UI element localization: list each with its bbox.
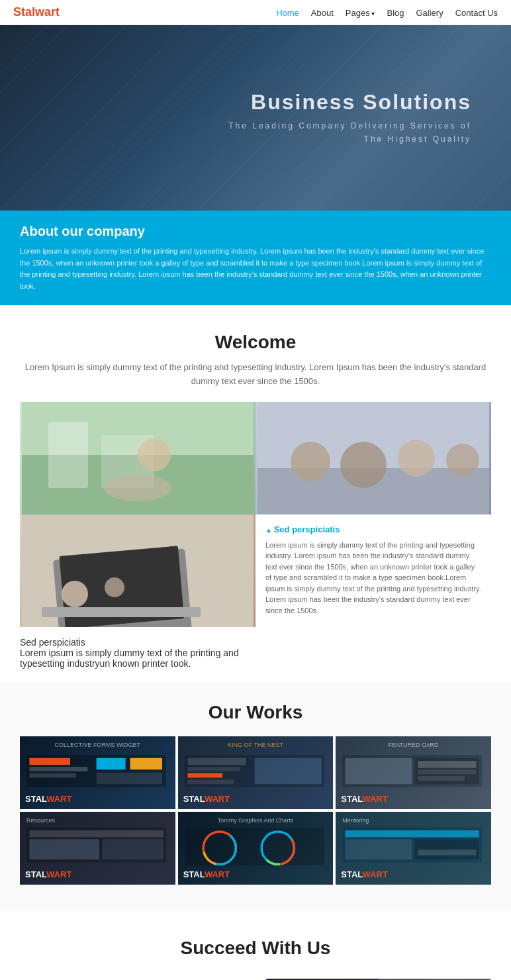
svg-rect-34 bbox=[418, 761, 477, 768]
svg-rect-20 bbox=[29, 767, 87, 771]
work-logo-3: STALWART bbox=[341, 794, 388, 804]
work-item-6[interactable]: Mentoring STALWART bbox=[336, 812, 491, 885]
succeed-heading: Succeed With Us bbox=[20, 938, 491, 959]
svg-rect-32 bbox=[346, 758, 412, 785]
about-heading: About our company bbox=[20, 224, 491, 239]
sed-block-left: Sed perspiciatis Lorem ipsum is simply d… bbox=[20, 627, 256, 682]
svg-point-15 bbox=[340, 442, 387, 488]
nav-blog[interactable]: Blog bbox=[387, 8, 404, 18]
svg-rect-22 bbox=[97, 758, 126, 770]
svg-point-4 bbox=[105, 475, 171, 501]
left-photos bbox=[20, 402, 256, 627]
svg-rect-40 bbox=[102, 839, 163, 859]
work-item-5[interactable]: Tommy Graphics And Charts STALWART bbox=[178, 812, 334, 885]
hero-section: Business Solutions The Leading Company D… bbox=[0, 25, 511, 211]
svg-rect-24 bbox=[97, 773, 162, 785]
svg-rect-35 bbox=[418, 769, 477, 774]
succeed-section: Succeed With Us Our Services consectetur… bbox=[0, 911, 511, 980]
works-section: Our Works COLLECTIVE FORMS WIDGET STALWA… bbox=[0, 682, 511, 911]
sed-title-right: Sed perspiciatis bbox=[265, 524, 481, 534]
welcome-section: Welcome Lorem Ipsum is simply dummy text… bbox=[0, 305, 511, 402]
svg-rect-50 bbox=[346, 839, 412, 859]
work-item-1[interactable]: COLLECTIVE FORMS WIDGET STALWART bbox=[20, 736, 175, 809]
works-grid: COLLECTIVE FORMS WIDGET STALWART KING OF… bbox=[20, 736, 491, 885]
nav-contact[interactable]: Contact Us bbox=[455, 8, 498, 18]
hero-text: Business Solutions The Leading Company D… bbox=[228, 90, 471, 145]
nav-home[interactable]: Home bbox=[276, 8, 299, 18]
svg-rect-21 bbox=[29, 773, 75, 778]
svg-rect-30 bbox=[187, 779, 234, 784]
work-item-2[interactable]: KING OF THE NEST STALWART bbox=[178, 736, 334, 809]
work-logo-2: STALWART bbox=[183, 794, 230, 804]
work-label-4: Resources bbox=[26, 817, 55, 824]
svg-rect-36 bbox=[418, 776, 465, 781]
nav-about[interactable]: About bbox=[311, 8, 334, 18]
work-label-3: FEATURED CARD bbox=[336, 742, 491, 748]
hero-title: Business Solutions bbox=[228, 90, 471, 115]
sed-text-right: Lorem ipsum is simply dummy text of the … bbox=[265, 540, 481, 616]
svg-point-10 bbox=[62, 581, 88, 607]
svg-rect-19 bbox=[29, 758, 70, 765]
work-label-6: Mentoring bbox=[342, 817, 369, 824]
svg-rect-9 bbox=[42, 607, 201, 617]
welcome-grid-wrapper: Sed perspiciatis Lorem ipsum is simply d… bbox=[20, 402, 491, 682]
work-logo-5: STALWART bbox=[183, 869, 230, 879]
svg-rect-23 bbox=[130, 758, 162, 770]
svg-rect-51 bbox=[415, 839, 479, 859]
svg-rect-28 bbox=[254, 758, 321, 785]
svg-rect-52 bbox=[418, 850, 477, 856]
svg-rect-2 bbox=[48, 422, 88, 488]
photo-laptop bbox=[20, 514, 256, 627]
svg-rect-49 bbox=[346, 830, 479, 838]
svg-rect-27 bbox=[187, 767, 240, 771]
nav-pages[interactable]: Pages bbox=[346, 8, 375, 18]
svg-point-16 bbox=[398, 440, 435, 477]
svg-rect-41 bbox=[185, 828, 324, 865]
svg-rect-39 bbox=[29, 839, 99, 859]
nav-gallery[interactable]: Gallery bbox=[416, 8, 443, 18]
about-band: About our company Lorem ipsum is simply … bbox=[0, 211, 511, 305]
svg-point-17 bbox=[446, 444, 479, 477]
works-heading: Our Works bbox=[20, 702, 491, 723]
sed-block-right: Sed perspiciatis Lorem ipsum is simply d… bbox=[256, 514, 491, 627]
hero-subtitle: The Leading Company Delivering Services … bbox=[228, 120, 471, 145]
work-label-2: KING OF THE NEST bbox=[178, 742, 334, 748]
navbar: Stalwart Home About Pages Blog Gallery C… bbox=[0, 0, 511, 25]
work-logo-6: STALWART bbox=[341, 869, 388, 879]
right-photos: Sed perspiciatis Lorem ipsum is simply d… bbox=[256, 402, 491, 627]
welcome-heading: Welcome bbox=[20, 332, 491, 353]
welcome-top-grid: Sed perspiciatis Lorem ipsum is simply d… bbox=[20, 402, 491, 627]
svg-point-11 bbox=[105, 577, 124, 597]
work-item-3[interactable]: FEATURED CARD STALWART bbox=[336, 736, 491, 809]
brand-logo[interactable]: Stalwart bbox=[13, 5, 60, 19]
work-item-4[interactable]: Resources STALWART bbox=[20, 812, 175, 885]
nav-links: Home About Pages Blog Gallery Contact Us bbox=[276, 7, 498, 18]
svg-point-5 bbox=[138, 438, 171, 471]
work-logo-4: STALWART bbox=[25, 869, 72, 879]
sed-title-left: Sed perspiciatis bbox=[20, 637, 256, 648]
photo-office bbox=[20, 402, 256, 514]
sed-text-left: Lorem ipsum is simply dummy text of the … bbox=[20, 648, 256, 669]
svg-rect-29 bbox=[187, 773, 222, 778]
work-label-5: Tommy Graphics And Charts bbox=[178, 817, 334, 824]
about-text: Lorem ipsum is simply dummy text of the … bbox=[20, 246, 491, 292]
work-label-1: COLLECTIVE FORMS WIDGET bbox=[20, 742, 175, 748]
welcome-text: Lorem Ipsum is simply dummy text of the … bbox=[20, 361, 491, 389]
photo-meeting bbox=[256, 402, 491, 514]
svg-rect-26 bbox=[187, 758, 246, 765]
svg-rect-38 bbox=[29, 830, 163, 838]
work-logo-1: STALWART bbox=[25, 794, 72, 804]
svg-point-14 bbox=[291, 442, 330, 481]
